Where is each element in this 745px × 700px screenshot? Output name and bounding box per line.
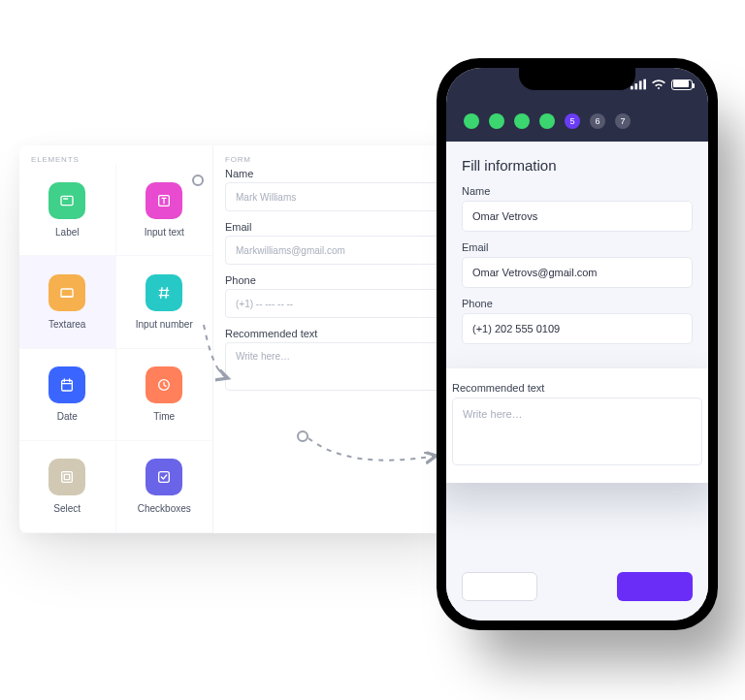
field-label: Name [225, 168, 454, 179]
palette-item-number[interactable]: Input number [116, 256, 213, 348]
svg-line-14 [166, 288, 167, 299]
svg-rect-0 [61, 196, 73, 205]
elements-palette: ELEMENTS LabelTextareaDateSelectInput te… [19, 145, 213, 533]
phone-number-input[interactable]: (+1) 202 555 0109 [462, 313, 693, 344]
field-label: Email [462, 241, 693, 253]
svg-rect-21 [643, 80, 646, 90]
svg-rect-19 [634, 83, 637, 89]
name-input[interactable]: Omar Vetrovs [462, 201, 693, 232]
elements-heading: ELEMENTS [19, 145, 212, 164]
phone-screen: 567 Fill information Name Omar Vetrovs E… [446, 68, 708, 620]
select-icon [49, 459, 85, 495]
name-input[interactable]: Mark Williams [225, 182, 454, 211]
next-button[interactable] [617, 572, 693, 601]
textarea-icon [49, 274, 85, 311]
phone-field-email: Email Omar Vetrovs@gmail.com [462, 241, 693, 288]
field-phone: Phone (+1) -- --- -- -- [225, 274, 454, 318]
phone-notch [519, 67, 635, 90]
footer-buttons [462, 572, 693, 601]
battery-icon [671, 80, 693, 90]
number-icon [146, 274, 182, 311]
recommended-textarea[interactable]: Write here… [452, 398, 702, 465]
palette-item-label: Textarea [49, 319, 85, 330]
form-preview: FORM × Name Mark Williams Email Markwill… [213, 145, 466, 533]
step-done[interactable] [489, 113, 504, 129]
screen-title: Fill information [462, 157, 693, 174]
label-icon [49, 182, 85, 219]
back-button[interactable] [462, 572, 537, 601]
text-icon [146, 182, 182, 219]
check-icon [146, 459, 182, 495]
date-icon [49, 366, 85, 403]
svg-rect-20 [639, 80, 642, 89]
phone-mockup: 567 Fill information Name Omar Vetrovs E… [437, 58, 718, 630]
form-heading: FORM [213, 145, 466, 164]
palette-item-label: Select [53, 503, 81, 514]
palette-item-label: Input text [145, 227, 184, 238]
svg-rect-4 [62, 380, 73, 391]
email-input[interactable]: Omar Vetrovs@gmail.com [462, 257, 693, 288]
palette-item-label: Label [55, 227, 79, 238]
field-label: Name [462, 185, 693, 197]
phone-input[interactable]: (+1) -- --- -- -- [225, 289, 454, 318]
field-label: Recommended text [452, 382, 702, 394]
palette-item-label[interactable]: Label [19, 164, 116, 256]
phone-field-name: Name Omar Vetrovs [462, 185, 693, 232]
palette-item-check[interactable]: Checkboxes [116, 441, 213, 533]
field-recommended-text: Recommended text Write here… [225, 328, 454, 391]
step-6[interactable]: 6 [590, 113, 605, 129]
svg-rect-16 [159, 472, 170, 483]
step-done[interactable] [514, 113, 530, 129]
form-builder-panel: ELEMENTS LabelTextareaDateSelectInput te… [19, 145, 466, 533]
recommended-textarea[interactable]: Write here… [225, 342, 454, 391]
svg-rect-9 [65, 475, 70, 480]
palette-item-label: Date [57, 411, 78, 422]
svg-line-13 [161, 288, 162, 299]
progress-steps: 567 [446, 101, 708, 142]
phone-field-phone: Phone (+1) 202 555 0109 [462, 298, 693, 344]
svg-rect-8 [62, 472, 73, 483]
field-label: Phone [225, 274, 454, 286]
drag-handle-icon[interactable] [192, 175, 204, 186]
step-7[interactable]: 7 [615, 113, 631, 129]
palette-item-date[interactable]: Date [19, 349, 116, 441]
time-icon [146, 366, 182, 403]
field-name: Name Mark Williams [225, 168, 454, 211]
palette-item-time[interactable]: Time [116, 349, 213, 441]
palette-item-textarea[interactable]: Textarea [19, 256, 116, 348]
email-input[interactable]: Markwilliams@gmail.com [225, 236, 454, 265]
svg-rect-18 [631, 86, 633, 90]
field-label: Recommended text [225, 328, 454, 339]
recommended-text-card: Recommended text Write here… [446, 368, 708, 483]
svg-rect-2 [61, 289, 73, 297]
palette-item-label: Input number [136, 319, 193, 330]
step-done[interactable] [539, 113, 555, 129]
field-label: Phone [462, 298, 693, 309]
field-email: Email Markwilliams@gmail.com [225, 221, 454, 265]
palette-item-select[interactable]: Select [19, 441, 116, 533]
palette-item-label: Checkboxes [138, 503, 191, 514]
step-5[interactable]: 5 [565, 113, 580, 129]
palette-item-label: Time [153, 411, 175, 422]
field-label: Email [225, 221, 454, 233]
wifi-icon [651, 79, 666, 90]
step-done[interactable] [464, 113, 479, 129]
